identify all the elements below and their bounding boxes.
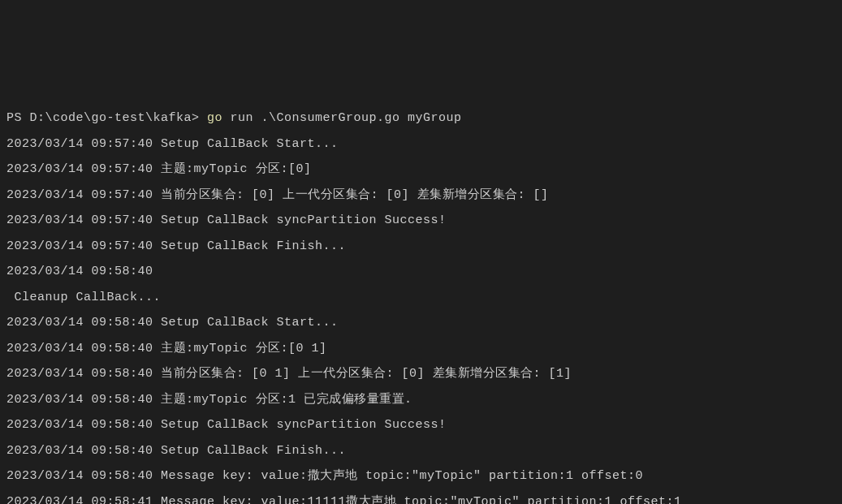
log-line: 2023/03/14 09:58:40 Setup CallBack syncP… (6, 412, 836, 438)
log-line: 2023/03/14 09:58:40 当前分区集合: [0 1] 上一代分区集… (6, 361, 836, 387)
log-line: 2023/03/14 09:57:40 当前分区集合: [0] 上一代分区集合:… (6, 183, 836, 209)
prompt-prefix: PS D:\code\go-test\kafka> (6, 111, 207, 125)
log-line: 2023/03/14 09:58:40 主题:myTopic 分区:1 已完成偏… (6, 387, 836, 413)
command-args: run .\ConsumerGroup.go myGroup (222, 111, 462, 125)
log-line: 2023/03/14 09:58:40 Setup CallBack Finis… (6, 438, 836, 464)
log-line: 2023/03/14 09:58:40 Message key: value:撒… (6, 463, 836, 489)
prompt-line: PS D:\code\go-test\kafka> go run .\Consu… (6, 106, 836, 131)
log-line: 2023/03/14 09:58:40 Setup CallBack Start… (6, 310, 836, 336)
log-line: 2023/03/14 09:57:40 Setup CallBack Start… (6, 131, 836, 157)
log-line: Cleanup CallBack... (6, 285, 836, 311)
log-line: 2023/03/14 09:57:40 Setup CallBack syncP… (6, 208, 836, 234)
log-line: 2023/03/14 09:58:41 Message key: value:1… (6, 489, 836, 505)
log-line: 2023/03/14 09:58:40 (6, 259, 836, 285)
log-line: 2023/03/14 09:57:40 Setup CallBack Finis… (6, 234, 836, 260)
log-line: 2023/03/14 09:57:40 主题:myTopic 分区:[0] (6, 157, 836, 183)
log-line: 2023/03/14 09:58:40 主题:myTopic 分区:[0 1] (6, 336, 836, 362)
terminal-output[interactable]: PS D:\code\go-test\kafka> go run .\Consu… (6, 106, 836, 504)
command: go (207, 111, 222, 125)
